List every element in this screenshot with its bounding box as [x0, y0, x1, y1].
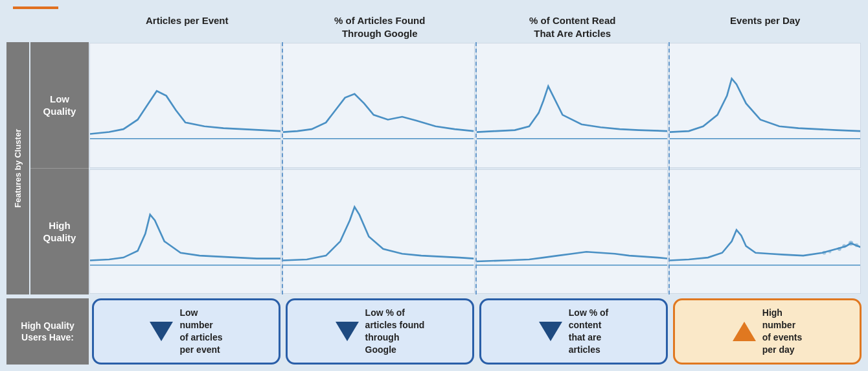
col-header-3: % of Content ReadThat Are Articles: [476, 14, 669, 40]
svg-point-7: [838, 247, 841, 251]
chart-lq-articles-google: [282, 43, 474, 168]
row-labels: LowQuality HighQuality: [30, 42, 89, 294]
chart-lq-articles-per-event: [89, 43, 281, 168]
dashed-divider-1: [282, 42, 283, 294]
chart-lq-events-per-day: [669, 43, 861, 168]
insight-card-articles-per-event: Lownumberof articlesper event: [92, 298, 280, 365]
arrow-down-icon-3: [539, 322, 562, 341]
insight-card-articles-google: Low % ofarticles foundthroughGoogle: [286, 298, 474, 365]
arrow-down-icon-2: [336, 322, 359, 341]
svg-point-11: [822, 251, 826, 255]
chart-hq-articles-google: [282, 169, 474, 294]
col-header-1: Articles per Event: [91, 14, 284, 40]
features-by-cluster-label: Features by Cluster: [6, 42, 29, 294]
col-header-4: Events per Day: [669, 14, 862, 40]
dashed-divider-3: [668, 42, 670, 294]
insight-text-1: Lownumberof articlesper event: [179, 307, 222, 356]
svg-point-12: [828, 250, 831, 253]
main-grid: Features by Cluster LowQuality HighQuali…: [6, 42, 862, 294]
arrow-up-icon-4: [733, 322, 756, 341]
insight-text-2: Low % ofarticles foundthroughGoogle: [365, 307, 425, 356]
high-quality-label: HighQuality: [30, 168, 89, 294]
svg-point-9: [849, 241, 853, 245]
orange-accent-line: [13, 6, 58, 9]
svg-point-8: [842, 244, 846, 248]
features-by-cluster-text: Features by Cluster: [13, 129, 23, 208]
high-quality-users-have-label: High QualityUsers Have:: [6, 298, 89, 365]
arrow-down-icon-1: [150, 322, 173, 341]
svg-point-10: [854, 243, 858, 247]
insight-text-3: Low % ofcontentthat arearticles: [569, 307, 608, 356]
insight-card-events-per-day: Highnumberof eventsper day: [673, 298, 862, 365]
dashed-divider-2: [475, 42, 477, 294]
insight-text-4: Highnumberof eventsper day: [762, 307, 802, 356]
chart-hq-content-articles: [476, 169, 668, 294]
chart-lq-content-articles: [476, 43, 668, 168]
insight-cards-container: Lownumberof articlesper event Low % ofar…: [92, 298, 862, 365]
bottom-insights-row: High QualityUsers Have: Lownumberof arti…: [6, 298, 862, 365]
chart-hq-articles-per-event: [89, 169, 281, 294]
low-quality-label: LowQuality: [30, 42, 89, 168]
main-container: Articles per Event % of Articles FoundTh…: [0, 0, 868, 371]
insight-card-content-articles: Low % ofcontentthat arearticles: [479, 298, 668, 365]
column-headers-row: Articles per Event % of Articles FoundTh…: [91, 14, 862, 40]
col-header-2: % of Articles FoundThrough Google: [284, 14, 477, 40]
chart-hq-events-per-day: [669, 169, 861, 294]
